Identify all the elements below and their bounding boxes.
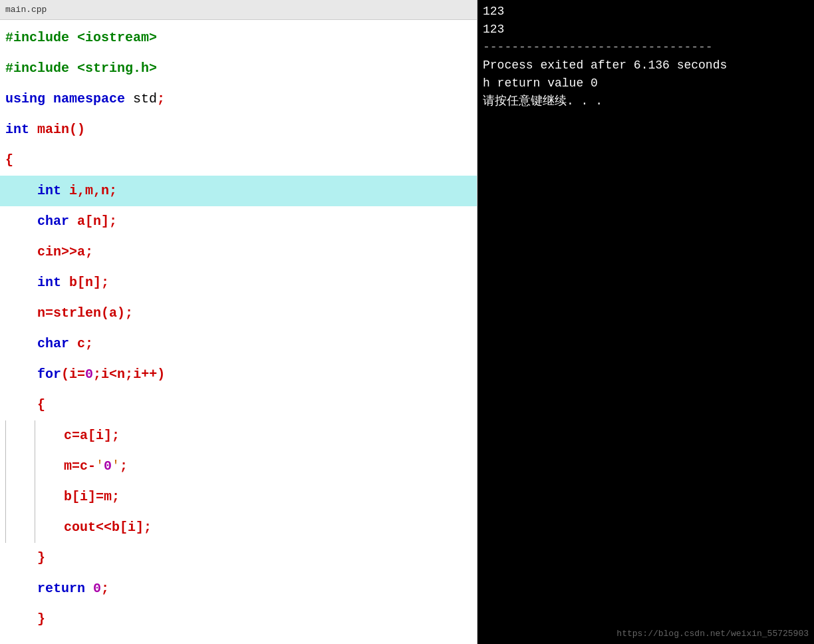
kw-for: for (37, 359, 61, 390)
code-line-11[interactable]: char c ; (0, 329, 477, 359)
brace-open-for: { (37, 390, 45, 420)
kw-using: using (5, 84, 45, 114)
code-line-4[interactable]: int main () (0, 114, 477, 145)
kw-int-main: int (5, 114, 29, 145)
terminal-process-2: h return value 0 (483, 75, 809, 92)
line-1-text: #include <iostream> (5, 23, 157, 53)
guide-7 (5, 512, 11, 543)
code-line-17[interactable]: cout << b [ i ]; (0, 512, 477, 543)
brace-open-main: { (5, 145, 13, 176)
code-line-1[interactable]: #include <iostream> (0, 23, 477, 53)
watermark: https://blog.csdn.net/weixin_55725903 (616, 627, 809, 641)
code-line-14[interactable]: c=a [ i ]; (0, 420, 477, 451)
terminal-panel: 123 123 --------------------------------… (477, 0, 814, 644)
terminal-divider: -------------------------------- (483, 39, 809, 57)
code-line-13[interactable]: { (0, 390, 477, 420)
code-line-7[interactable]: char a [ n ]; (0, 206, 477, 237)
guide-4 (35, 451, 40, 482)
guide-3 (5, 451, 11, 482)
code-line-9[interactable]: int b [ n ]; (0, 267, 477, 298)
editor-panel[interactable]: main.cpp #include <iostream> #include <s… (0, 0, 477, 644)
terminal-output-2: 123 (483, 21, 809, 39)
code-line-6[interactable]: int i,m,n ; (0, 176, 477, 206)
code-line-20[interactable]: } (0, 604, 477, 635)
guide-5 (5, 482, 11, 512)
kw-int-b: int (37, 267, 61, 298)
code-line-19[interactable]: return 0 ; (0, 573, 477, 604)
kw-int-vars: int (37, 176, 61, 206)
code-line-18[interactable]: } (0, 543, 477, 573)
filename-label: main.cpp (5, 5, 47, 15)
code-line-3[interactable]: using namespace std ; (0, 84, 477, 114)
code-line-2[interactable]: #include <string.h> (0, 53, 477, 84)
terminal-continue: 请按任意键继续. . . (483, 92, 809, 110)
guide-6 (35, 482, 40, 512)
code-line-12[interactable]: for ( i= 0 ; i<n ; i++ ) (0, 359, 477, 390)
brace-close-for: } (37, 543, 45, 573)
code-area[interactable]: #include <iostream> #include <string.h> … (0, 20, 477, 637)
code-line-16[interactable]: b [ i ] =m ; (0, 482, 477, 512)
guide-8 (35, 512, 40, 543)
code-line-8[interactable]: cin >> a ; (0, 237, 477, 267)
code-line-15[interactable]: m=c- ' 0 ' ; (0, 451, 477, 482)
code-line-10[interactable]: n=strlen ( a ); (0, 298, 477, 329)
terminal-output-1: 123 (483, 3, 809, 21)
kw-char-c: char (37, 329, 69, 359)
code-line-5[interactable]: { (0, 145, 477, 176)
kw-char-a: char (37, 206, 69, 237)
terminal-process-1: Process exited after 6.136 seconds (483, 57, 809, 75)
brace-close-main: } (37, 604, 45, 635)
guide-1 (5, 420, 11, 451)
kw-namespace: namespace (53, 84, 125, 114)
guide-2 (35, 420, 40, 451)
line-2-text: #include <string.h> (5, 53, 157, 84)
editor-topbar: main.cpp (0, 0, 477, 20)
kw-return: return (37, 573, 85, 604)
